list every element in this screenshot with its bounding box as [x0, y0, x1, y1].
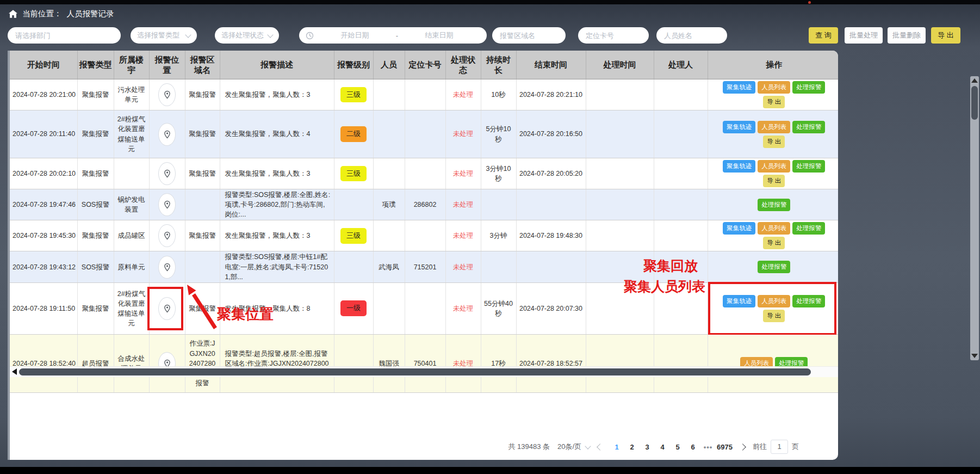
- handle-status-select[interactable]: 选择处理状态: [215, 27, 279, 44]
- location-pin-icon: [164, 90, 171, 99]
- page-number-5[interactable]: 5: [671, 443, 684, 451]
- alarm-level-badge: 三级: [340, 228, 367, 244]
- cell-building: 污水处理单元: [114, 79, 149, 110]
- cell-description: 发生聚集报警，聚集人数：3: [220, 158, 334, 189]
- row-action-person-list-button[interactable]: 人员列表: [758, 81, 790, 94]
- page-number-2[interactable]: 2: [625, 443, 638, 451]
- cell-level: 一级: [334, 282, 373, 334]
- row-action-handle-alarm-button[interactable]: 处理报警: [758, 261, 790, 273]
- row-action-person-list-button[interactable]: 人员列表: [758, 121, 790, 133]
- horizontal-scrollbar-thumb[interactable]: [19, 368, 811, 375]
- cell-start-time: 2024-07-28 19:43:12: [10, 251, 77, 282]
- row-action-handle-alarm-button[interactable]: 处理报警: [792, 160, 825, 173]
- column-header: 报警级别: [334, 51, 373, 79]
- query-button[interactable]: 查 询: [809, 27, 838, 44]
- cell-start-time: 2024-07-28 19:47:46: [10, 189, 77, 220]
- row-action-person-list-button[interactable]: 人员列表: [758, 222, 790, 235]
- row-action-cluster-track-button[interactable]: 聚集轨迹: [723, 222, 755, 235]
- batch-delete-button[interactable]: 批量删除: [888, 27, 926, 44]
- row-action-handle-alarm-button[interactable]: 处理报警: [792, 81, 825, 94]
- cell-building: 成品罐区: [114, 220, 149, 251]
- alarm-type-select[interactable]: 选择报警类型: [131, 27, 197, 44]
- cell-description: 发生聚集报警，聚集人数：8: [220, 282, 334, 334]
- cell-building: 合成水处理单元: [114, 334, 149, 392]
- cell-actions: 聚集轨迹人员列表处理报警导 出: [708, 110, 838, 158]
- cell-person: [373, 158, 405, 189]
- page-number-6975[interactable]: 6975: [717, 443, 733, 451]
- table-row: 2024-07-28 20:21:00聚集报警污水处理单元聚集报警发生聚集报警，…: [10, 79, 838, 110]
- cell-handler: [654, 189, 708, 220]
- row-action-export-button[interactable]: 导 出: [763, 136, 785, 148]
- scroll-left-arrow-icon[interactable]: [12, 368, 17, 375]
- row-action-export-button[interactable]: 导 出: [763, 237, 785, 249]
- row-action-person-list-button[interactable]: 人员列表: [758, 295, 790, 307]
- department-input[interactable]: [8, 27, 121, 44]
- cell-end-time: 2024-07-28 18:52:57: [516, 334, 586, 392]
- row-action-handle-alarm-button[interactable]: 处理报警: [758, 199, 790, 211]
- row-action-export-button[interactable]: 导 出: [763, 310, 785, 322]
- window-notification-dot: [808, 1, 811, 4]
- row-action-person-list-button[interactable]: 人员列表: [758, 160, 790, 173]
- cell-handle-time: [586, 79, 654, 110]
- next-page-button[interactable]: [739, 444, 746, 451]
- table-row: 2024-07-28 19:43:12SOS报警原料单元报警类型:SOS报警,楼…: [10, 251, 838, 282]
- page-number-1[interactable]: 1: [610, 443, 623, 451]
- page-number-4[interactable]: 4: [656, 443, 669, 451]
- cell-status: 未处理: [445, 79, 481, 110]
- page-size-select[interactable]: 20条/页: [557, 442, 590, 452]
- scroll-up-arrow-icon[interactable]: [971, 78, 978, 83]
- row-action-export-button[interactable]: 导 出: [763, 96, 785, 108]
- batch-handle-button[interactable]: 批量处理: [845, 27, 883, 44]
- person-name-input[interactable]: [656, 27, 727, 44]
- cell-handle-time: [586, 158, 654, 189]
- cell-actions: 聚集轨迹人员列表处理报警导 出: [708, 158, 838, 189]
- cell-description: 报警类型:SOS报警,楼层:中钰1#配电室:一层,姓名:武海凤,卡号:71520…: [220, 251, 334, 282]
- page-ellipsis[interactable]: •••: [702, 443, 715, 451]
- page-number-6[interactable]: 6: [686, 443, 699, 451]
- cell-area-name: [185, 189, 220, 220]
- row-action-cluster-track-button[interactable]: 聚集轨迹: [723, 121, 755, 133]
- page-size-value: 20条/页: [557, 442, 581, 452]
- location-pin-button[interactable]: [158, 256, 176, 279]
- prev-page-button[interactable]: [597, 444, 604, 451]
- cell-end-time: 2024-07-28 20:05:20: [516, 158, 586, 189]
- goto-page-input[interactable]: 1: [771, 440, 788, 454]
- cell-person: 项璞: [373, 189, 405, 220]
- scroll-down-arrow-icon[interactable]: [971, 354, 978, 358]
- home-icon[interactable]: [9, 10, 17, 18]
- cell-building: [114, 158, 149, 189]
- chevron-down-icon: [267, 32, 273, 38]
- row-action-cluster-track-button[interactable]: 聚集轨迹: [723, 160, 755, 173]
- goto-label: 前往: [753, 442, 767, 452]
- row-action-handle-alarm-button[interactable]: 处理报警: [792, 121, 825, 133]
- cell-area-name: 聚集报警: [185, 220, 220, 251]
- cell-person: [373, 79, 405, 110]
- cell-area-name: [185, 251, 220, 282]
- cell-area-name: 作业票:JGJXN202407280003-超员报警: [185, 334, 220, 392]
- location-pin-button[interactable]: [158, 224, 176, 247]
- pagination: 共 139483 条 20条/页 123456•••6975 前往 1 页: [508, 440, 799, 454]
- cell-alarm-type: 聚集报警: [77, 220, 114, 251]
- location-pin-icon: [164, 231, 171, 240]
- row-action-cluster-track-button[interactable]: 聚集轨迹: [723, 295, 755, 307]
- cell-alarm-position: [149, 251, 185, 282]
- date-range-picker[interactable]: 开始日期 - 结束日期: [299, 27, 487, 44]
- row-action-handle-alarm-button[interactable]: 处理报警: [792, 295, 825, 307]
- area-name-input[interactable]: [492, 27, 566, 44]
- row-action-handle-alarm-button[interactable]: 处理报警: [792, 222, 825, 235]
- handle-status-select-placeholder: 选择处理状态: [221, 30, 264, 40]
- location-pin-button[interactable]: [158, 193, 176, 216]
- location-pin-button[interactable]: [158, 83, 176, 106]
- location-pin-icon: [164, 200, 171, 209]
- vertical-scrollbar-thumb[interactable]: [971, 86, 978, 120]
- location-pin-button[interactable]: [158, 162, 176, 185]
- row-action-export-button[interactable]: 导 出: [763, 175, 785, 187]
- page-number-3[interactable]: 3: [641, 443, 654, 451]
- location-pin-button[interactable]: [158, 123, 176, 146]
- export-button[interactable]: 导 出: [931, 27, 960, 44]
- alarm-table-body: 2024-07-28 20:21:00聚集报警污水处理单元聚集报警发生聚集报警，…: [10, 79, 838, 393]
- cell-building: 2#粉煤气化装置磨煤输送单元: [114, 282, 149, 334]
- card-number-input[interactable]: [578, 27, 649, 44]
- location-pin-button[interactable]: [158, 297, 176, 320]
- row-action-cluster-track-button[interactable]: 聚集轨迹: [723, 81, 755, 94]
